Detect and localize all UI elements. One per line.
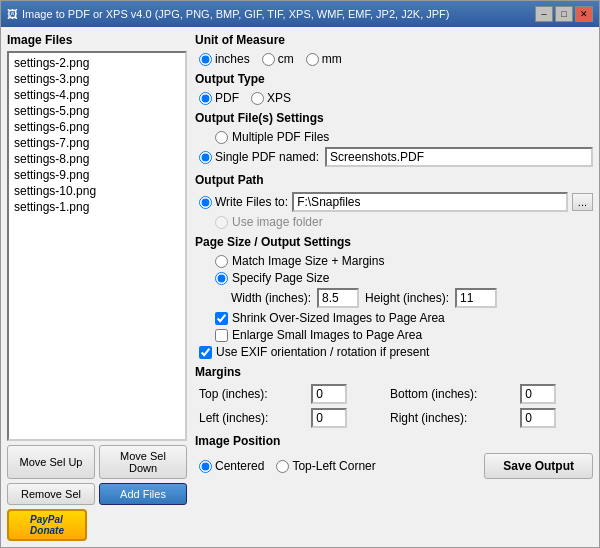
maximize-button[interactable]: □ [555, 6, 573, 22]
shrink-label: Shrink Over-Sized Images to Page Area [232, 311, 445, 325]
output-path-input[interactable] [292, 192, 568, 212]
unit-cm-label: cm [278, 52, 294, 66]
exif-checkbox[interactable] [199, 346, 212, 359]
single-pdf-label: Single PDF named: [215, 150, 319, 164]
write-files-radio[interactable] [199, 196, 212, 209]
output-path-section: Output Path Write Files to: ... Use imag… [195, 173, 593, 229]
window-icon: 🖼 [7, 8, 18, 20]
match-image-size-radio[interactable] [215, 255, 228, 268]
centered-label: Centered [215, 459, 264, 473]
move-sel-up-button[interactable]: Move Sel Up [7, 445, 95, 479]
unit-mm-option[interactable]: mm [306, 52, 342, 66]
unit-mm-radio[interactable] [306, 53, 319, 66]
exif-label: Use EXIF orientation / rotation if prese… [216, 345, 429, 359]
paypal-label: PayPalDonate [30, 514, 64, 536]
unit-inches-option[interactable]: inches [199, 52, 250, 66]
write-files-row: Write Files to: ... [195, 192, 593, 212]
match-image-size-option[interactable]: Match Image Size + Margins [195, 254, 593, 268]
list-item[interactable]: settings-5.png [11, 103, 183, 119]
topleft-option[interactable]: Top-Left Corner [276, 459, 375, 473]
output-pdf-option[interactable]: PDF [199, 91, 239, 105]
multiple-pdf-label: Multiple PDF Files [232, 130, 329, 144]
unit-of-measure-section: Unit of Measure inches cm mm [195, 33, 593, 66]
unit-inches-label: inches [215, 52, 250, 66]
enlarge-label: Enlarge Small Images to Page Area [232, 328, 422, 342]
right-panel: Unit of Measure inches cm mm [195, 33, 593, 541]
left-margin-label: Left (inches): [199, 411, 305, 425]
list-item[interactable]: settings-9.png [11, 167, 183, 183]
list-item[interactable]: settings-3.png [11, 71, 183, 87]
enlarge-checkbox[interactable] [215, 329, 228, 342]
use-image-folder-label: Use image folder [232, 215, 323, 229]
content-area: Image Files settings-2.png settings-3.pn… [1, 27, 599, 547]
write-files-option[interactable]: Write Files to: [199, 195, 288, 209]
multiple-pdf-radio[interactable] [215, 131, 228, 144]
image-position-radio-row: Centered Top-Left Corner [195, 459, 376, 473]
left-panel: Image Files settings-2.png settings-3.pn… [7, 33, 187, 541]
output-xps-label: XPS [267, 91, 291, 105]
image-files-label: Image Files [7, 33, 187, 47]
unit-inches-radio[interactable] [199, 53, 212, 66]
close-button[interactable]: ✕ [575, 6, 593, 22]
output-pdf-label: PDF [215, 91, 239, 105]
output-xps-radio[interactable] [251, 92, 264, 105]
list-item[interactable]: settings-8.png [11, 151, 183, 167]
topleft-radio[interactable] [276, 460, 289, 473]
image-position-label: Image Position [195, 434, 593, 448]
use-image-folder-option[interactable]: Use image folder [195, 215, 593, 229]
specify-page-size-option[interactable]: Specify Page Size [195, 271, 593, 285]
width-input[interactable] [317, 288, 359, 308]
single-pdf-option[interactable]: Single PDF named: [199, 150, 319, 164]
list-item[interactable]: settings-10.png [11, 183, 183, 199]
unit-radio-row: inches cm mm [195, 52, 593, 66]
output-type-radio-row: PDF XPS [195, 91, 593, 105]
output-files-label: Output File(s) Settings [195, 111, 593, 125]
image-position-row: Centered Top-Left Corner Save Output [195, 453, 593, 479]
single-pdf-filename[interactable] [325, 147, 593, 167]
shrink-checkbox[interactable] [215, 312, 228, 325]
output-files-section: Output File(s) Settings Multiple PDF Fil… [195, 111, 593, 167]
shrink-option[interactable]: Shrink Over-Sized Images to Page Area [195, 311, 593, 325]
list-item[interactable]: settings-6.png [11, 119, 183, 135]
unit-mm-label: mm [322, 52, 342, 66]
left-margin-input[interactable] [311, 408, 347, 428]
minimize-button[interactable]: – [535, 6, 553, 22]
output-type-label: Output Type [195, 72, 593, 86]
remove-sel-button[interactable]: Remove Sel [7, 483, 95, 505]
browse-button[interactable]: ... [572, 193, 593, 211]
list-item[interactable]: settings-4.png [11, 87, 183, 103]
file-list[interactable]: settings-2.png settings-3.png settings-4… [7, 51, 187, 441]
move-sel-down-button[interactable]: Move Sel Down [99, 445, 187, 479]
btn-row-1: Move Sel Up Move Sel Down [7, 445, 187, 479]
right-margin-input[interactable] [520, 408, 556, 428]
exif-option[interactable]: Use EXIF orientation / rotation if prese… [195, 345, 593, 359]
output-path-label: Output Path [195, 173, 593, 187]
write-files-label: Write Files to: [215, 195, 288, 209]
add-files-button[interactable]: Add Files [99, 483, 187, 505]
specify-page-size-radio[interactable] [215, 272, 228, 285]
output-xps-option[interactable]: XPS [251, 91, 291, 105]
list-item[interactable]: settings-7.png [11, 135, 183, 151]
height-label: Height (inches): [365, 291, 449, 305]
unit-cm-radio[interactable] [262, 53, 275, 66]
height-input[interactable] [455, 288, 497, 308]
list-item[interactable]: settings-1.png [11, 199, 183, 215]
centered-radio[interactable] [199, 460, 212, 473]
list-item[interactable]: settings-2.png [11, 55, 183, 71]
enlarge-option[interactable]: Enlarge Small Images to Page Area [195, 328, 593, 342]
bottom-margin-label: Bottom (inches): [390, 387, 514, 401]
width-label: Width (inches): [231, 291, 311, 305]
save-output-button[interactable]: Save Output [484, 453, 593, 479]
output-type-section: Output Type PDF XPS [195, 72, 593, 105]
page-size-section: Page Size / Output Settings Match Image … [195, 235, 593, 359]
page-size-inputs-row: Width (inches): Height (inches): [195, 288, 593, 308]
output-pdf-radio[interactable] [199, 92, 212, 105]
unit-cm-option[interactable]: cm [262, 52, 294, 66]
paypal-donate-button[interactable]: PayPalDonate [7, 509, 87, 541]
single-pdf-radio[interactable] [199, 151, 212, 164]
multiple-pdf-option[interactable]: Multiple PDF Files [195, 130, 593, 144]
centered-option[interactable]: Centered [199, 459, 264, 473]
window-title: Image to PDF or XPS v4.0 (JPG, PNG, BMP,… [22, 8, 449, 20]
top-margin-input[interactable] [311, 384, 347, 404]
bottom-margin-input[interactable] [520, 384, 556, 404]
